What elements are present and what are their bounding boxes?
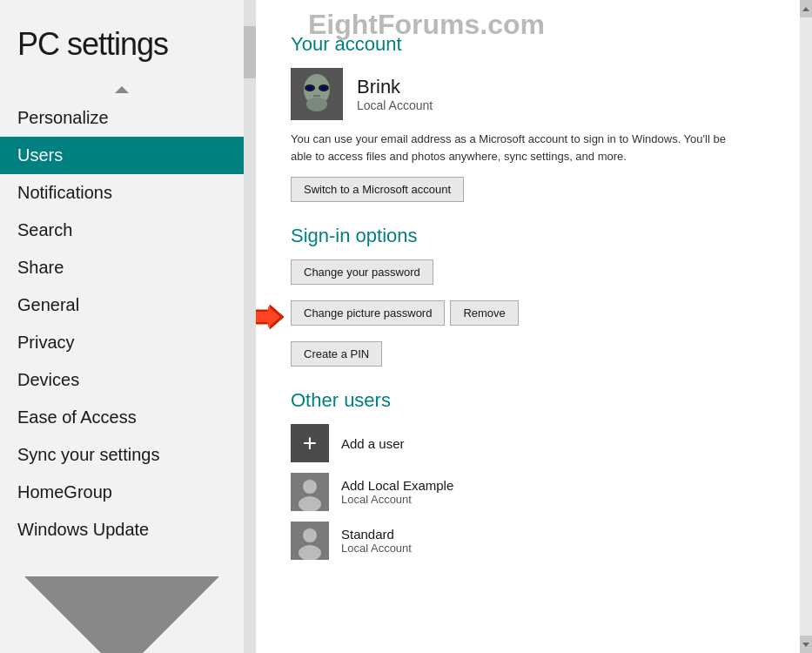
sidebar-scroll-down-btn[interactable] (0, 549, 244, 653)
sidebar-item-general[interactable]: General (0, 286, 244, 324)
sidebar-scrollbar[interactable] (244, 0, 256, 653)
add-user-label: Add a user (341, 436, 405, 451)
sidebar-scrollbar-track[interactable] (244, 0, 256, 653)
sidebar-scrollbar-thumb[interactable] (244, 26, 256, 78)
arrow-indicator (256, 301, 285, 333)
other-users-list: + Add a user Add Local Example Lo (291, 424, 765, 560)
right-scrollbar-track[interactable] (800, 17, 812, 636)
add-user-text: Add a user (341, 436, 405, 451)
svg-marker-18 (802, 7, 809, 11)
svg-point-16 (303, 528, 317, 542)
user-info: Add Local Example Local Account (341, 478, 453, 506)
sidebar-item-windows-update[interactable]: Windows Update (0, 511, 244, 549)
picture-password-row: Change picture password Remove (291, 300, 765, 333)
sidebar-item-devices[interactable]: Devices (0, 361, 244, 399)
svg-marker-0 (115, 86, 129, 93)
user-name: Add Local Example (341, 478, 453, 493)
sidebar-scroll-up-btn[interactable] (0, 80, 244, 99)
other-users-section: Other users + Add a user (291, 389, 765, 560)
main-content: EightForums.com Your account Brink (256, 0, 800, 653)
your-account-section: Your account Brink Local Account (291, 33, 765, 209)
sidebar: PC settings Personalize Users Notificati… (0, 0, 244, 653)
svg-marker-1 (24, 576, 219, 653)
right-scroll-down-btn[interactable] (800, 636, 812, 653)
avatar (291, 68, 343, 120)
user-info: Standard Local Account (341, 527, 412, 555)
switch-microsoft-account-button[interactable]: Switch to a Microsoft account (291, 177, 464, 202)
user-account-type: Local Account (341, 542, 412, 555)
svg-marker-19 (802, 643, 809, 647)
avatar (291, 522, 329, 560)
sidebar-item-ease-of-access[interactable]: Ease of Access (0, 399, 244, 436)
user-name: Standard (341, 527, 412, 542)
avatar (291, 473, 329, 511)
add-user-row[interactable]: + Add a user (291, 424, 765, 462)
plus-icon: + (303, 431, 317, 455)
account-type: Local Account (357, 98, 433, 112)
sidebar-item-homegroup[interactable]: HomeGroup (0, 474, 244, 511)
account-info: Brink Local Account (357, 76, 433, 112)
list-item: Standard Local Account (291, 522, 765, 560)
right-scrollbar[interactable] (800, 0, 812, 653)
svg-point-7 (321, 86, 326, 90)
svg-point-6 (307, 86, 312, 90)
account-row: Brink Local Account (291, 68, 765, 120)
right-scroll-up-btn[interactable] (800, 0, 812, 17)
sidebar-item-users[interactable]: Users (0, 137, 244, 174)
change-password-button[interactable]: Change your password (291, 259, 433, 285)
svg-point-13 (303, 480, 317, 494)
create-pin-button[interactable]: Create a PIN (291, 341, 382, 367)
remove-button[interactable]: Remove (450, 300, 518, 326)
sign-in-options-section: Sign-in options Change your password Cha… (291, 225, 765, 374)
sidebar-item-notifications[interactable]: Notifications (0, 174, 244, 212)
sidebar-nav: Personalize Users Notifications Search S… (0, 99, 244, 549)
sign-in-options-title: Sign-in options (291, 225, 765, 247)
list-item: Add Local Example Local Account (291, 473, 765, 511)
account-name: Brink (357, 76, 433, 98)
user-account-type: Local Account (341, 493, 453, 506)
add-user-icon-box[interactable]: + (291, 424, 329, 462)
app-title: PC settings (0, 17, 244, 80)
change-picture-password-button[interactable]: Change picture password (291, 300, 445, 326)
your-account-title: Your account (291, 33, 765, 56)
sidebar-item-privacy[interactable]: Privacy (0, 324, 244, 361)
sidebar-item-sync-your-settings[interactable]: Sync your settings (0, 436, 244, 474)
other-users-title: Other users (291, 389, 765, 412)
svg-point-9 (306, 98, 327, 111)
account-description: You can use your email address as a Micr… (291, 131, 743, 165)
sidebar-item-share[interactable]: Share (0, 249, 244, 286)
sidebar-item-personalize[interactable]: Personalize (0, 99, 244, 137)
sidebar-item-search[interactable]: Search (0, 212, 244, 249)
